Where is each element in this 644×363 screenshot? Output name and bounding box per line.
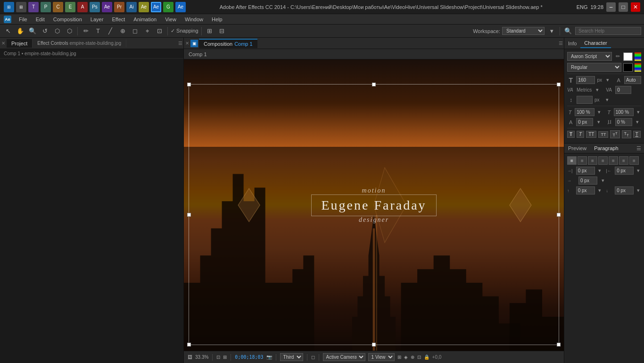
vc-option4[interactable]: ⊡ xyxy=(417,355,421,360)
baseline-dropdown[interactable]: ▾ xyxy=(595,118,602,126)
toolbar-text-tool[interactable]: T xyxy=(93,26,103,36)
style-under-btn[interactable]: T xyxy=(633,131,641,138)
vc-fit-icon[interactable]: ⊡ xyxy=(216,355,220,360)
kern-input[interactable] xyxy=(615,86,631,94)
handle-mid-right[interactable] xyxy=(557,213,561,217)
baseline-input[interactable] xyxy=(576,118,593,126)
taskbar-app-1[interactable]: ⊞ xyxy=(16,2,26,12)
skew-dropdown[interactable]: ▾ xyxy=(634,118,641,126)
taskbar-app-4[interactable]: C xyxy=(53,2,63,12)
left-tab-project[interactable]: Project xyxy=(7,39,33,48)
style-smallcaps-btn[interactable]: TT xyxy=(598,131,608,138)
right-tab-info[interactable]: Info xyxy=(564,39,580,48)
taskbar-app-3[interactable]: P xyxy=(41,2,51,12)
taskbar-app-5[interactable]: E xyxy=(65,2,75,12)
taskbar-app-6[interactable]: A xyxy=(77,2,88,12)
handle-bottom-right[interactable] xyxy=(557,343,561,346)
font-size-dropdown[interactable]: ▾ xyxy=(604,76,611,84)
space-after-dropdown[interactable]: ▾ xyxy=(636,187,641,194)
toolbar-camera-tool[interactable]: ⬡ xyxy=(52,26,62,36)
menu-layer[interactable]: Layer xyxy=(87,16,107,23)
align-justify-center-btn[interactable]: ≡ xyxy=(609,156,618,165)
vc-option3[interactable]: ⊕ xyxy=(411,355,414,360)
taskbar-app-active[interactable]: Ae xyxy=(151,2,161,12)
align-justify-btn[interactable]: ≡ xyxy=(598,156,608,165)
vc-view-icon[interactable]: ◻ xyxy=(311,355,315,360)
vc-camera-select[interactable]: Active Camera xyxy=(323,353,365,361)
leading-input[interactable] xyxy=(577,96,593,104)
handle-bottom-center[interactable] xyxy=(372,343,376,346)
indent-first-input[interactable] xyxy=(578,177,597,185)
comp-viewport[interactable]: motion Eugene Faraday designer xyxy=(184,59,564,351)
font-name-select[interactable]: Aaron Script xyxy=(567,52,612,61)
space-before-dropdown[interactable]: ▾ xyxy=(597,187,603,194)
leading-dropdown[interactable]: ▾ xyxy=(603,96,611,104)
font-style-select[interactable]: Regular xyxy=(567,63,621,72)
handle-top-left[interactable] xyxy=(187,83,191,86)
taskbar-app-13[interactable]: Ae xyxy=(175,2,186,12)
window-maximize-btn[interactable]: □ xyxy=(619,2,628,12)
char-color-bg[interactable] xyxy=(623,63,633,72)
preview-tab[interactable]: Preview xyxy=(564,144,590,152)
vc-option2[interactable]: ◈ xyxy=(404,355,408,360)
workspace-expand-btn[interactable]: ▾ xyxy=(546,26,557,36)
space-after-input[interactable] xyxy=(615,186,634,194)
style-sub-btn[interactable]: TT xyxy=(622,130,631,138)
scale-dropdown-2[interactable]: ▾ xyxy=(636,109,641,116)
win-start-btn[interactable]: ⊞ xyxy=(4,2,14,12)
vc-option5[interactable]: 🔒 xyxy=(424,355,429,360)
handle-mid-left[interactable] xyxy=(187,213,191,217)
handle-bottom-left[interactable] xyxy=(187,343,191,346)
menu-help[interactable]: Help xyxy=(208,16,226,23)
vc-option1[interactable]: ⊞ xyxy=(397,355,401,360)
menu-animation[interactable]: Animation xyxy=(130,16,160,23)
toolbar-rotate-tool[interactable]: ↺ xyxy=(40,26,50,36)
search-btn[interactable]: 🔍 xyxy=(563,26,573,36)
taskbar-app-11[interactable]: Ae xyxy=(139,2,149,12)
scale-dropdown-1[interactable]: ▾ xyxy=(596,109,602,116)
window-minimize-btn[interactable]: – xyxy=(606,2,616,12)
style-super-btn[interactable]: TT xyxy=(610,130,619,138)
left-panel-menu[interactable]: ☰ xyxy=(177,40,183,47)
vc-camera-icon[interactable]: 📷 xyxy=(266,355,272,360)
toolbar-snap-btn[interactable]: ⊞ xyxy=(205,26,215,36)
align-justify-last-btn[interactable]: ≡ xyxy=(629,156,639,165)
align-left-btn[interactable]: ≡ xyxy=(567,156,577,165)
toolbar-selection-tool[interactable]: ↖ xyxy=(3,26,13,36)
search-input[interactable] xyxy=(575,27,641,35)
toolbar-hand-tool[interactable]: ✋ xyxy=(15,26,25,36)
toolbar-brush-tool[interactable]: ╱ xyxy=(105,26,116,36)
comp-panel-menu[interactable]: ☰ xyxy=(557,40,564,47)
vc-pixel-icon[interactable]: ⊞ xyxy=(223,355,227,360)
indent-left-input[interactable] xyxy=(576,167,595,175)
indent-right-input[interactable] xyxy=(615,167,634,175)
vc-viewcount-select[interactable]: 1 View xyxy=(368,353,395,361)
vc-timecode[interactable]: 0;00;18;03 xyxy=(235,355,263,360)
indent-dropdown-1[interactable]: ▾ xyxy=(597,167,603,175)
handle-top-right[interactable] xyxy=(557,83,561,86)
char-color-gradient[interactable] xyxy=(635,52,641,61)
vc-zoom[interactable]: 33.3% xyxy=(195,355,208,360)
window-close-btn[interactable]: ✕ xyxy=(631,2,640,12)
char-pencil-icon[interactable]: ✏ xyxy=(614,53,621,60)
right-tab-character[interactable]: Character xyxy=(580,39,611,48)
font-size-input[interactable] xyxy=(576,76,595,84)
menu-composition[interactable]: Composition xyxy=(50,16,86,23)
menu-file[interactable]: File xyxy=(15,16,31,23)
taskbar-chrome[interactable]: G xyxy=(163,2,173,12)
menu-effect[interactable]: Effect xyxy=(108,16,129,23)
handle-top-center[interactable] xyxy=(372,83,376,86)
toolbar-zoom-tool[interactable]: 🔍 xyxy=(27,26,38,36)
indent-dropdown-2[interactable]: ▾ xyxy=(636,167,641,175)
toolbar-roto-tool[interactable]: ⌖ xyxy=(142,26,152,36)
toolbar-snap2-btn[interactable]: ⊟ xyxy=(217,26,227,36)
taskbar-app-2[interactable]: T xyxy=(28,2,39,12)
toolbar-puppet-tool[interactable]: ⊡ xyxy=(154,26,165,36)
vc-view-select[interactable]: Third xyxy=(280,353,303,361)
style-bold-btn[interactable]: T xyxy=(567,131,575,138)
space-before-input[interactable] xyxy=(576,186,595,194)
toolbar-orbit-tool[interactable]: ⬡ xyxy=(64,26,74,36)
toolbar-clone-tool[interactable]: ⊕ xyxy=(117,26,128,36)
toolbar-pen-tool[interactable]: ✏ xyxy=(81,26,91,36)
scale-h-input[interactable] xyxy=(575,108,594,116)
